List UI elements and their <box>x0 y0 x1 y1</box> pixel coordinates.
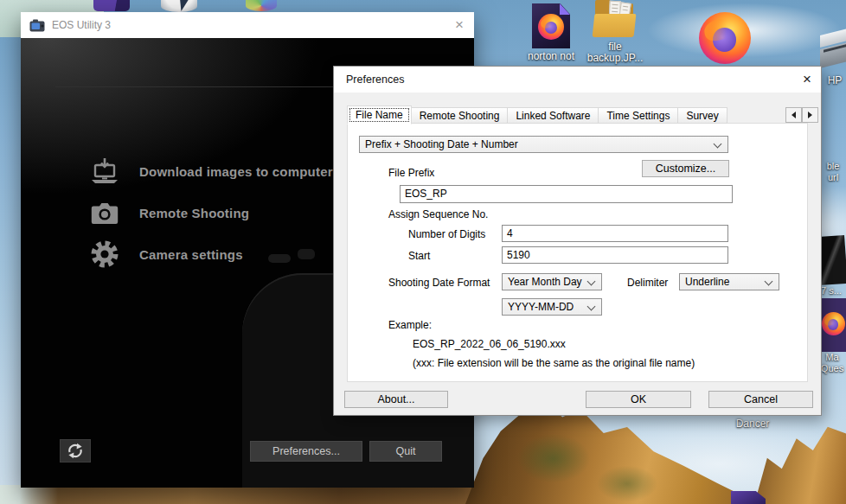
delimiter-dropdown[interactable]: Underline <box>679 273 779 290</box>
partial-desktop-icon[interactable] <box>93 0 130 11</box>
close-icon[interactable]: × <box>445 12 474 38</box>
delimiter-label: Delimiter <box>627 277 668 289</box>
menu-item-download-images[interactable]: Download images to computer <box>89 156 333 187</box>
wallpaper-rocks <box>0 485 484 504</box>
menu-item-label: Remote Shooting <box>139 206 249 220</box>
ok-button[interactable]: OK <box>586 391 691 408</box>
desktop-icon-label: norton not <box>517 50 585 62</box>
desktop-icon-label-dancer[interactable]: Dancer <box>727 418 779 430</box>
window-title: EOS Utility 3 <box>52 19 111 31</box>
eos-quit-button[interactable]: Quit <box>369 441 442 462</box>
example-note: (xxx: File extension will be the same as… <box>413 357 695 369</box>
naming-rule-dropdown[interactable]: Prefix + Shooting Date + Number <box>359 136 728 153</box>
dialog-title: Preferences <box>346 73 404 86</box>
assign-sequence-label: Assign Sequence No. <box>388 208 488 220</box>
firefox-icon <box>822 312 845 335</box>
shooting-date-format-dropdown[interactable]: Year Month Day <box>502 273 602 290</box>
remote-shooting-icon <box>89 198 120 227</box>
cancel-button[interactable]: Cancel <box>708 391 813 408</box>
tab-remote-shooting[interactable]: Remote Shooting <box>412 107 509 124</box>
hp-printer-label: HP <box>824 75 846 86</box>
menu-item-camera-settings[interactable]: Camera settings <box>89 239 243 270</box>
menu-item-label: Camera settings <box>139 247 243 262</box>
tab-strip: File Name Remote Shooting Linked Softwar… <box>347 105 727 124</box>
firefox-icon <box>538 14 564 40</box>
example-value: EOS_RP_2022_06_06_5190.xxx <box>413 338 566 350</box>
example-label: Example: <box>388 319 432 331</box>
tab-file-name[interactable]: File Name <box>347 105 412 124</box>
eos-preferences-button[interactable]: Preferences... <box>250 441 362 462</box>
eos-titlebar[interactable]: EOS Utility 3 × <box>21 12 474 38</box>
desktop-icon-hp-printer[interactable] <box>820 26 846 71</box>
date-pattern-dropdown[interactable]: YYYY-MM-DD <box>502 298 602 316</box>
camera-silhouette <box>298 249 315 259</box>
camera-settings-icon <box>89 239 120 269</box>
number-of-digits-input[interactable]: 4 <box>502 225 728 242</box>
menu-item-remote-shooting[interactable]: Remote Shooting <box>89 197 249 228</box>
file-name-tab-panel: Prefix + Shooting Date + Number File Pre… <box>347 123 808 382</box>
tab-linked-software[interactable]: Linked Software <box>508 107 599 124</box>
download-images-icon <box>89 156 120 186</box>
file-prefix-input[interactable]: EOS_RP <box>400 185 733 203</box>
desktop-icon-mapquest[interactable] <box>820 298 846 352</box>
tab-scroll-left-button[interactable] <box>785 107 802 123</box>
file-prefix-label: File Prefix <box>388 167 434 179</box>
customize-button[interactable]: Customize... <box>642 160 729 177</box>
tab-time-settings[interactable]: Time Settings <box>599 107 678 124</box>
eos-app-icon <box>29 19 45 32</box>
dialog-titlebar[interactable]: Preferences × <box>334 67 821 93</box>
left-arrow-icon <box>792 112 796 118</box>
tab-scroll-right-button[interactable] <box>802 107 818 123</box>
preferences-dialog: Preferences × File Name Remote Shooting … <box>333 66 822 416</box>
refresh-button[interactable] <box>60 439 91 463</box>
menu-item-label: Download images to computer <box>139 164 333 179</box>
close-icon[interactable]: × <box>793 67 821 93</box>
desktop-icon-file-backup[interactable]: file backup.JP... <box>581 0 649 64</box>
desktop-icon-norton[interactable]: norton not <box>517 3 585 62</box>
desktop-icon-label: backup.JP... <box>581 53 649 64</box>
partial-photos-icon[interactable] <box>246 0 277 11</box>
start-label: Start <box>408 250 430 262</box>
desktop: norton not file backup.JP... HP ble url … <box>0 0 846 504</box>
tab-survey[interactable]: Survey <box>678 107 727 124</box>
number-of-digits-label: Number of Digits <box>408 228 485 240</box>
start-input[interactable]: 5190 <box>502 246 728 264</box>
norton-document-icon <box>532 3 570 48</box>
desktop-icon-firefox[interactable] <box>699 12 751 64</box>
partial-icon-label-ble-url: ble url <box>820 161 846 183</box>
partial-compass-icon[interactable] <box>161 0 197 12</box>
camera-silhouette <box>268 254 291 263</box>
shooting-date-format-label: Shooting Date Format <box>388 277 490 289</box>
right-arrow-icon <box>808 112 812 118</box>
about-button[interactable]: About... <box>344 391 448 408</box>
folder-icon <box>593 0 637 40</box>
mapquest-label: Ma Ques <box>818 352 846 374</box>
refresh-icon <box>67 443 84 459</box>
